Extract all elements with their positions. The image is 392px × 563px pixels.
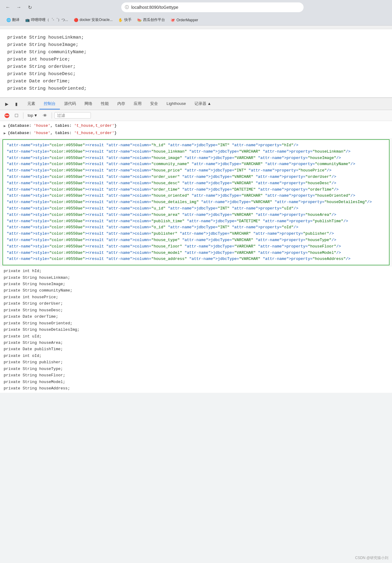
bookmark-item[interactable]: 🐙OrderMapper [168,16,201,24]
bookmark-icon: 🍉 [137,18,142,22]
devtools-tab-记录器 ▲[interactable]: 记录器 ▲ [190,98,215,109]
eye-icon-button[interactable]: 👁 [41,111,49,120]
java-field-line: private String houseDetailesImg; [4,326,388,333]
xml-result-line: "attr-name">style="color:#0550ae"><resul… [7,174,385,180]
devtools-tabs: ▶ ▮ 元素控制台源代码网络性能内存应用安全Lighthouse记录器 ▲ [0,98,392,110]
console-text: {database: 'house', tables: 't_house,t_o… [8,123,117,129]
java-field-line: private int housePrice; [4,294,388,300]
xml-result-line: "attr-name">style="color:#0550ae"><resul… [7,237,385,244]
devtools-toolbar: ⛔ ☐ top ▼ 👁 [0,110,392,121]
console-settings-button[interactable]: ☐ [12,111,21,120]
java-field-line: private String houseFloor; [4,372,388,378]
bookmarks-bar: 🌐翻译📺哔哩哔哩（゜-゜）つ...🔴docker 安装Oracle...✋快手🍉… [0,15,392,26]
xml-result-line: "attr-name">style="color:#0550ae"><resul… [7,250,385,256]
devtools-tab-应用[interactable]: 应用 [129,98,146,109]
code-line: private String houseImage; [7,41,385,49]
page-content: private String houseLinkman; private Str… [0,26,392,98]
devtools-tab-安全[interactable]: 安全 [146,98,162,109]
java-field-line: private int hId; [4,268,388,274]
devtools-tab-Lighthouse[interactable]: Lighthouse [162,99,190,109]
console-arrow-icon: ▶ [4,123,6,129]
scrollbar-area[interactable] [0,26,392,29]
xml-result-line: "attr-name">style="color:#0550ae"><resul… [7,193,385,199]
top-label: top [28,113,33,118]
xml-result-line: "attr-name">style="color:#0550ae"><resul… [7,218,385,225]
xml-result-block: "attr-name">style="color:#0550ae"><resul… [2,139,390,265]
address-bar[interactable]: ⓘ localhost:8090/toGettype [121,2,304,12]
lock-icon: ⓘ [125,5,129,10]
bookmark-label: OrderMapper [177,18,198,22]
devtools-tab-控制台[interactable]: 控制台 [40,98,60,109]
java-field-line: private String houseModel; [4,379,388,385]
bookmark-item[interactable]: 🍉西瓜创作平台 [135,16,167,24]
bookmark-label: 西瓜创作平台 [143,17,165,22]
devtools-tab-性能[interactable]: 性能 [97,98,113,109]
xml-result-line: "attr-name">style="color:#0550ae"><resul… [7,149,385,155]
top-selector[interactable]: top ▼ [26,112,40,118]
toolbar-separator [23,112,23,119]
xml-result-line: "attr-name">style="color:#0550ae"><resul… [7,180,385,187]
code-line: private int housePrice; [7,56,385,63]
bookmark-icon: 🐙 [170,18,175,22]
bookmark-item[interactable]: 🔴docker 安装Oracle... [71,16,115,24]
java-field-line: private int oId; [4,353,388,359]
xml-result-line: "attr-name">style="color:#0550ae"><resul… [7,231,385,237]
devtools-tab-元素[interactable]: 元素 [23,98,40,109]
java-field-line: private String houseOriented; [4,320,388,326]
forward-button[interactable]: → [15,3,23,12]
java-field-line: private Date orderTime; [4,313,388,320]
xml-result-line: "attr-name">style="color:#0550ae"><resul… [7,199,385,206]
devtools-panel: ▶ ▮ 元素控制台源代码网络性能内存应用安全Lighthouse记录器 ▲ ⛔ … [0,98,392,393]
bookmark-item[interactable]: 📺哔哩哔哩（゜-゜）つ... [22,16,70,24]
java-field-line: private String houseArea; [4,340,388,346]
back-button[interactable]: ← [4,3,12,12]
xml-result-line: "attr-name">style="color:#0550ae"><resul… [7,206,385,212]
inspect-icon-button[interactable]: ▶ [2,100,11,108]
java-field-line: private int uId; [4,333,388,340]
bookmark-label: 哔哩哔哩（゜-゜）つ... [31,17,68,22]
xml-result-line: "attr-name">style="color:#0550ae"><resul… [7,256,385,262]
java-field-line: private String houseAddress; [4,385,388,392]
devtools-tab-源代码[interactable]: 源代码 [60,98,80,109]
java-code-block: private int hId;private String houseLink… [0,267,392,393]
java-field-line: private String houseImage; [4,281,388,287]
console-text: {database: 'house', tables: 't_house,t_o… [8,130,117,136]
top-dropdown-icon: ▼ [34,113,38,118]
devtools-tab-内存[interactable]: 内存 [113,98,129,109]
code-line: private Date orderTime; [7,78,385,85]
java-field-line: private String houseDesc; [4,307,388,313]
xml-result-line: "attr-name">style="color:#0550ae"><resul… [7,161,385,168]
browser-titlebar: ← → ↻ ⓘ localhost:8090/toGettype [0,0,392,15]
java-field-line: private String orderUser; [4,300,388,307]
url-text: localhost:8090/toGettype [131,5,178,10]
code-line: private String orderUser; [7,63,385,71]
xml-result-line: "attr-name">style="color:#0550ae"><resul… [7,224,385,231]
bookmark-label: docker 安装Oracle... [80,17,113,22]
bookmark-item[interactable]: 🌐翻译 [4,16,22,24]
xml-result-line: "attr-name">style="color:#0550ae"><resul… [7,212,385,218]
bookmark-label: 快手 [124,17,132,22]
xml-result-line: "attr-name">style="color:#0550ae"><resul… [7,168,385,174]
reload-button[interactable]: ↻ [26,3,34,12]
console-line[interactable]: ▶{database: 'house', tables: 't_house,t_… [0,122,392,130]
bookmark-label: 翻译 [12,17,19,22]
code-line: private String houseLinkman; [7,34,385,41]
clear-console-button[interactable]: ⛔ [2,111,11,120]
xml-result-line: "attr-name">style="color:#0550ae"><resul… [7,187,385,193]
code-block-top: private String houseLinkman; private Str… [0,29,392,98]
bookmark-icon: 🌐 [6,18,11,22]
filter-input[interactable] [54,112,91,119]
java-field-line: private String publisher; [4,359,388,365]
xml-result-line: "attr-name">style="color:#0550ae"><resul… [7,155,385,161]
code-line: private String houseOriented; [7,85,385,92]
java-field-line: private Date publishTime; [4,346,388,352]
bookmark-icon: ✋ [118,18,123,22]
toolbar-separator2 [52,112,52,119]
bookmark-item[interactable]: ✋快手 [116,16,134,24]
bookmark-icon: 🔴 [74,18,78,22]
console-line[interactable]: ▶{database: 'house', tables: 't_house,t_… [0,130,392,137]
bookmark-icon: 📺 [25,18,30,22]
devtools-console: ▶{database: 'house', tables: 't_house,t_… [0,121,392,138]
devtools-tab-网络[interactable]: 网络 [80,98,97,109]
device-icon-button[interactable]: ▮ [12,100,21,108]
